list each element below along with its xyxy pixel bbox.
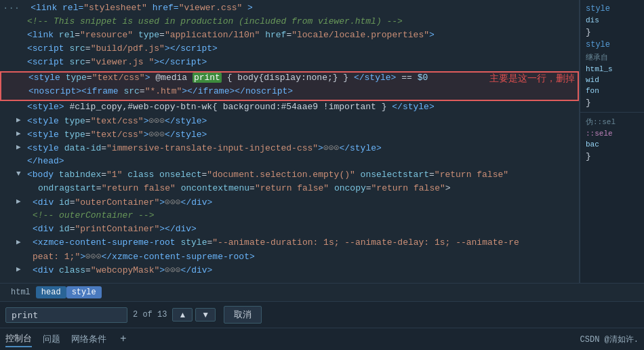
- right-style-label2: style: [580, 39, 644, 51]
- line-content: </head>: [27, 156, 576, 166]
- line-content: <body tabindex="1" class onselect="docum…: [27, 170, 576, 180]
- line-expand[interactable]: ▶: [16, 129, 27, 138]
- code-line: ▶ <xzmce-content-supreme-root style="--a…: [0, 237, 579, 251]
- search-up-button[interactable]: ▲: [172, 308, 193, 322]
- code-line: <!-- This snippet is used in production …: [0, 16, 579, 30]
- line-content: <style type="text/css">⊙⊙⊙</style>: [27, 115, 576, 126]
- code-line: peat: 1;">⊙⊙⊙</xzmce-content-supreme-roo…: [0, 251, 579, 265]
- breadcrumb-style[interactable]: style: [66, 286, 102, 298]
- right-brace2: }: [580, 96, 644, 109]
- code-line: <link rel="resource" type="application/l…: [0, 30, 579, 43]
- line-expand[interactable]: ▶: [16, 237, 27, 246]
- right-panel: style dis } style 继承自 html_s wid fon } 伪…: [580, 0, 644, 283]
- line-expand[interactable]: ▶: [16, 265, 27, 273]
- right-inherit-label: 继承自: [580, 51, 644, 64]
- line-content: <xzmce-content-supreme-root style="--ani…: [27, 237, 576, 248]
- right-wid-label: wid: [580, 75, 644, 85]
- right-brace3: }: [580, 150, 644, 163]
- code-line: <!-- outerContainer -->: [0, 210, 579, 224]
- line-content: <div class="webcopyMask">⊙⊙⊙</div>: [27, 265, 576, 275]
- code-panel: ··· <link rel="stylesheet" href="viewer.…: [0, 0, 580, 283]
- code-line: ▶ <style data-id="immersive-translate-in…: [0, 142, 579, 156]
- tab-issues[interactable]: 问题: [43, 332, 60, 347]
- code-line-highlighted2: <noscript><iframe src="*.htm"></iframe><…: [1, 86, 578, 100]
- code-line-highlighted: <style type="text/css"> @media print { b…: [1, 73, 578, 86]
- right-fon-label: fon: [580, 85, 644, 96]
- right-bac-label: bac: [580, 139, 644, 150]
- code-line: ▶ <div class="webcopyMask">⊙⊙⊙</div>: [0, 265, 579, 278]
- line-content: <div id="outerContainer">⊙⊙⊙</div>: [27, 197, 576, 208]
- search-cancel-button[interactable]: 取消: [224, 306, 262, 324]
- right-style-label: style: [580, 3, 644, 15]
- line-ellipsis[interactable]: ···: [3, 3, 20, 14]
- line-content: <style type="text/css">⊙⊙⊙</style>: [27, 129, 576, 140]
- search-input[interactable]: [5, 307, 127, 323]
- tab-add-button[interactable]: +: [117, 333, 129, 345]
- search-count: 2 of 13: [133, 310, 167, 319]
- line-content: <div id="printContainer"></div>: [27, 224, 576, 234]
- line-content: <script src="viewer.js "></script>: [27, 57, 576, 67]
- code-line: ··· <link rel="stylesheet" href="viewer.…: [0, 3, 579, 16]
- breadcrumb-html[interactable]: html: [5, 286, 36, 298]
- line-content: <style data-id="immersive-translate-inpu…: [27, 142, 576, 153]
- line-content: <link rel="resource" type="application/l…: [27, 30, 576, 40]
- code-line: ▶ <div id="outerContainer">⊙⊙⊙</div>: [0, 197, 579, 210]
- line-content: peat: 1;">⊙⊙⊙</xzmce-content-supreme-roo…: [27, 251, 576, 262]
- right-pseudo-selector: ::sele: [580, 128, 644, 139]
- search-nav: ▲ ▼: [172, 308, 216, 322]
- line-content: <script src="build/pdf.js"></script>: [27, 43, 576, 54]
- breadcrumb-head[interactable]: head: [36, 286, 66, 298]
- tab-network[interactable]: 网络条件: [71, 332, 106, 347]
- right-brace1: }: [580, 26, 644, 39]
- line-content: <!-- This snippet is used in production …: [27, 16, 576, 26]
- line-expand[interactable]: ▶: [16, 142, 27, 151]
- code-line: ondragstart="return false" oncontextmenu…: [0, 183, 579, 197]
- line-content: <!-- outerContainer -->: [27, 210, 576, 220]
- highlighted-block: <style type="text/css"> @media print { b…: [0, 71, 579, 101]
- code-line: <script src="build/pdf.js"></script>: [0, 43, 579, 57]
- code-line: </head>: [0, 156, 579, 170]
- right-pseudo-label: 伪::sel: [580, 115, 644, 128]
- right-html-label: html_s: [580, 64, 644, 75]
- line-expand[interactable]: ▶: [16, 115, 27, 124]
- code-line: <style> #clip_copy,#web-copy-btn-wk{ bac…: [0, 102, 579, 115]
- annotation-text: 主要是这一行，删掉: [489, 73, 575, 85]
- line-expand[interactable]: ▼: [16, 170, 27, 178]
- line-content: <style> #clip_copy,#web-copy-btn-wk{ bac…: [27, 102, 576, 112]
- breadcrumb-bar: html head style: [0, 283, 644, 301]
- line-content: <link rel="stylesheet" href="viewer.css"…: [31, 3, 576, 13]
- search-down-button[interactable]: ▼: [195, 308, 216, 322]
- line-content: ondragstart="return false" oncontextmenu…: [27, 183, 576, 193]
- editor-container: ··· <link rel="stylesheet" href="viewer.…: [0, 0, 644, 283]
- search-bar: 2 of 13 ▲ ▼ 取消: [0, 301, 644, 328]
- bottom-right-label: CSDN @清如许.: [580, 334, 639, 345]
- code-lines: ··· <link rel="stylesheet" href="viewer.…: [0, 0, 579, 281]
- code-line: ▶ <style type="text/css">⊙⊙⊙</style>: [0, 115, 579, 129]
- line-expand[interactable]: ▶: [16, 197, 27, 206]
- code-line: <div id="printContainer"></div>: [0, 224, 579, 237]
- right-dis-label: dis: [580, 15, 644, 26]
- code-line: <script src="viewer.js "></script>: [0, 57, 579, 71]
- right-divider: [580, 112, 644, 113]
- code-line: ▼ <body tabindex="1" class onselect="doc…: [0, 170, 579, 183]
- code-line: ▶ <style type="text/css">⊙⊙⊙</style>: [0, 129, 579, 142]
- tab-console[interactable]: 控制台: [5, 331, 32, 347]
- tab-bar: 控制台 问题 网络条件 + CSDN @清如许.: [0, 328, 644, 350]
- line-content: <noscript><iframe src="*.htm"></iframe><…: [28, 86, 575, 96]
